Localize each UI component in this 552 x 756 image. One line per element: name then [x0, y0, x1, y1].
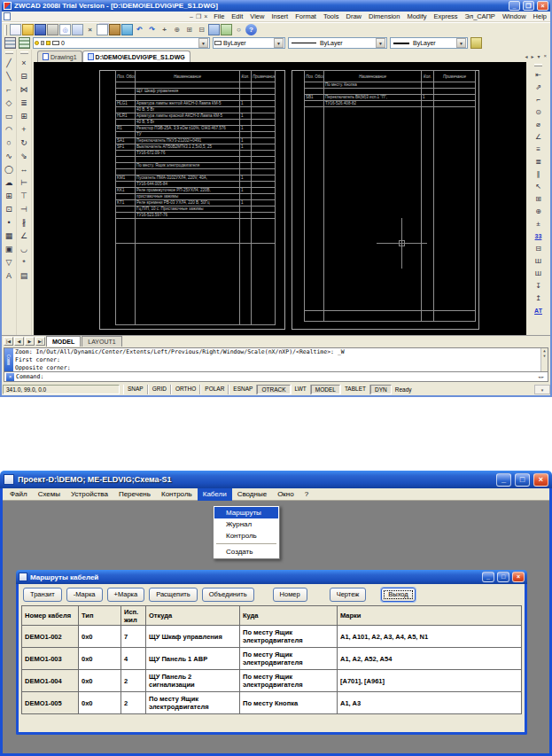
cable-cores-cell[interactable]: 7: [121, 626, 146, 648]
cable-from-cell[interactable]: ЩУ Панель 2 сигнализации: [146, 670, 240, 692]
dialog-maximize-button[interactable]: [497, 572, 509, 582]
transit-button[interactable]: Транзит: [23, 588, 62, 602]
command-window-tab[interactable]: Comm: [4, 348, 13, 371]
cable-from-cell[interactable]: ЩУ Шкаф управления: [146, 626, 240, 648]
undo-icon[interactable]: [134, 24, 145, 35]
mirror-icon[interactable]: ⋈: [18, 82, 31, 96]
cable-marks-cell[interactable]: [A701], [A961]: [338, 670, 522, 692]
find-icon[interactable]: [233, 24, 245, 35]
line-icon[interactable]: ╱: [3, 56, 16, 69]
menu-item-cables[interactable]: Кабели: [198, 488, 232, 501]
menu-file[interactable]: File: [210, 12, 228, 21]
minimize-button[interactable]: [509, 1, 520, 11]
menu-edit[interactable]: Edit: [228, 12, 246, 21]
menu-item-help[interactable]: ?: [299, 488, 314, 501]
at-label-icon[interactable]: AT: [530, 304, 547, 316]
column-header-number[interactable]: Номер кабеля: [22, 606, 79, 626]
command-spin-controls[interactable]: ◄►: [538, 374, 548, 379]
menu-item-file[interactable]: Файл: [4, 488, 33, 501]
stretch-icon[interactable]: ↔: [18, 162, 31, 175]
layer-previous-icon[interactable]: [470, 37, 482, 49]
menu-dimension[interactable]: Dimension: [365, 12, 403, 21]
cable-type-cell[interactable]: 0x0: [79, 626, 121, 648]
last-tab-icon[interactable]: [35, 337, 45, 346]
publish-icon[interactable]: [72, 24, 83, 35]
close-icon[interactable]: [6, 373, 14, 381]
ortho-toggle[interactable]: ORTHO: [171, 385, 200, 394]
table-row[interactable]: DEMO1-004 0x0 2 ЩУ Панель 2 сигнализации…: [22, 670, 522, 692]
lengthen-icon[interactable]: ⊢: [18, 175, 31, 189]
column-header-from[interactable]: Откуда: [146, 606, 240, 626]
dim-radius-icon[interactable]: ⊙: [530, 105, 547, 118]
cable-to-cell[interactable]: По месту Ящик электродвигателя: [240, 648, 338, 670]
cable-number-cell[interactable]: DEMO1-002: [22, 626, 79, 648]
table-row[interactable]: DEMO1-005 0x0 2 По месту Ящик электродви…: [22, 692, 522, 714]
revcloud-icon[interactable]: ☁: [3, 175, 16, 189]
dialog-minimize-button[interactable]: [482, 572, 494, 582]
chamfer-icon[interactable]: ∠: [18, 229, 31, 242]
explode-icon[interactable]: *: [18, 255, 31, 269]
lineweight-combo[interactable]: ByLayer: [390, 37, 468, 49]
menu-item-summary[interactable]: Сводные: [232, 488, 273, 501]
extend-icon[interactable]: ⊣: [18, 202, 31, 215]
move-icon[interactable]: +: [18, 122, 31, 136]
cable-to-cell[interactable]: По месту Ящик электродвигателя: [240, 670, 338, 692]
chevron-down-icon[interactable]: [274, 38, 284, 48]
zoom-realtime-icon[interactable]: [171, 24, 183, 35]
point-icon[interactable]: •: [3, 215, 16, 229]
copy-icon[interactable]: [97, 24, 108, 35]
maximize-button[interactable]: [515, 473, 530, 487]
cable-from-cell[interactable]: По месту Ящик электродвигателя: [146, 692, 240, 714]
properties-panel-icon[interactable]: ▤: [18, 269, 31, 282]
cut-icon[interactable]: [84, 24, 96, 35]
minimize-button[interactable]: [496, 473, 511, 487]
dialog-close-button[interactable]: [512, 572, 525, 582]
help-icon[interactable]: [245, 24, 257, 35]
make-block-icon[interactable]: ⊡: [3, 202, 16, 215]
paste-icon[interactable]: [109, 24, 121, 35]
chevron-down-icon[interactable]: [198, 38, 208, 48]
menu-express[interactable]: Express: [431, 12, 462, 21]
ellipse-icon[interactable]: ◯: [3, 162, 16, 175]
grid-toggle[interactable]: GRID: [148, 385, 171, 394]
dim-angular-icon[interactable]: ∠: [530, 130, 547, 143]
cable-number-cell[interactable]: DEMO1-005: [22, 692, 79, 714]
dim-linear-icon[interactable]: ⇤: [530, 68, 547, 81]
cable-number-cell[interactable]: DEMO1-004: [22, 670, 79, 692]
menu-format[interactable]: Format: [292, 12, 320, 21]
rectangle-icon[interactable]: ▭: [3, 109, 16, 122]
tab-model[interactable]: MODEL: [46, 336, 81, 347]
datasheet-icon[interactable]: ⊟: [530, 242, 547, 254]
menu-modify[interactable]: Modify: [403, 12, 430, 21]
circle-icon[interactable]: ○: [3, 136, 16, 149]
dyn-toggle[interactable]: DYN: [370, 385, 392, 394]
insert-block-icon[interactable]: ⊞: [3, 189, 16, 202]
trim-icon[interactable]: ⊤: [18, 189, 31, 202]
merge-button[interactable]: Объединить: [202, 588, 254, 602]
command-input[interactable]: Command:: [16, 373, 43, 380]
layer-combo[interactable]: 0: [33, 37, 210, 49]
redo-icon[interactable]: [146, 24, 158, 35]
prev-tab-icon[interactable]: [14, 337, 24, 346]
minus-mark-button[interactable]: -Марка: [66, 588, 103, 602]
menu-help[interactable]: Help: [530, 12, 550, 21]
spline-icon[interactable]: ∿: [3, 149, 16, 162]
linetype-combo[interactable]: ByLayer: [288, 37, 387, 49]
polyline-icon[interactable]: ⌐: [3, 82, 16, 96]
menu-item-journal[interactable]: Журнал: [214, 518, 278, 530]
menu-view[interactable]: View: [246, 12, 268, 21]
qdim-icon[interactable]: ≡: [530, 143, 547, 155]
layer-manager-icon[interactable]: [4, 37, 16, 49]
menu-window[interactable]: Window: [499, 12, 530, 21]
open-icon[interactable]: [22, 24, 34, 35]
tab-pe-s1-dwg[interactable]: D:\DEMO\ELDVIG\PE_S1.DWG: [82, 51, 190, 62]
cable-to-cell[interactable]: По месту Ящик электродвигателя: [240, 626, 338, 648]
menu-item-schemes[interactable]: Схемы: [33, 488, 66, 501]
exit-button[interactable]: Выход: [381, 588, 415, 602]
dim-baseline-icon[interactable]: ≣: [530, 155, 547, 168]
lwt-toggle[interactable]: LWT: [291, 385, 311, 394]
qleader-icon[interactable]: ↖: [530, 180, 547, 192]
properties-icon[interactable]: [208, 24, 220, 35]
cable-marks-cell[interactable]: A1, A2, A52, A54: [338, 648, 522, 670]
layer-states-icon[interactable]: [19, 37, 30, 49]
